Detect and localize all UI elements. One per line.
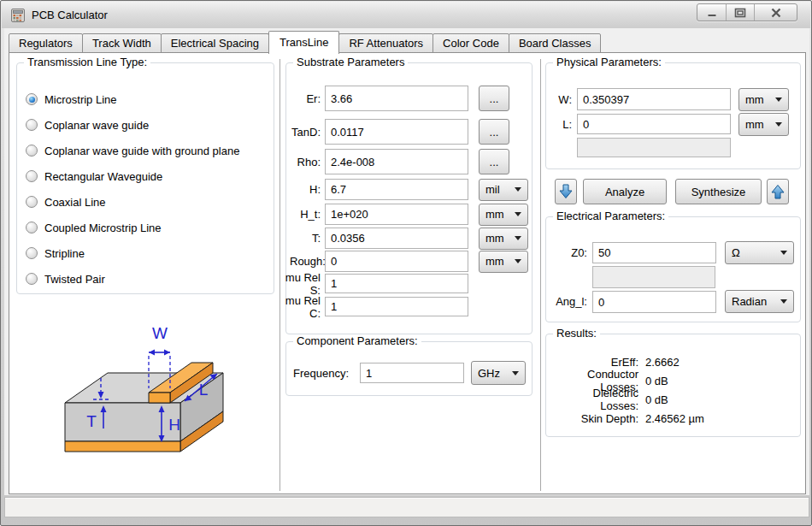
rough-input[interactable] (325, 251, 468, 272)
h-input[interactable] (325, 179, 468, 200)
tab-rf-attenuators[interactable]: RF Attenuators (338, 33, 433, 53)
chevron-down-icon (515, 259, 521, 263)
substrate-row-mu-rel-c: mu Rel C: (290, 297, 527, 316)
chevron-down-icon (780, 251, 787, 255)
w-unit-select[interactable]: mm (738, 88, 789, 111)
radio-coupled-microstrip-line[interactable]: Coupled Microstrip Line (26, 221, 162, 234)
results-group: Results: ErEff: 2.6662 Conductor Losses:… (545, 334, 801, 437)
ang-l-label: Ang_l: (553, 295, 587, 308)
substrate-parameters-group: Substrate Parameters Er: ... TanD: ... R… (285, 62, 533, 334)
physical-readonly-field (577, 138, 731, 157)
l-input[interactable] (577, 114, 731, 134)
physical-parameters-title: Physical Parameters: (553, 56, 665, 69)
minimize-button[interactable] (697, 4, 726, 21)
diagram-w-label: W (152, 324, 168, 342)
radio-label: Rectangular Waveguide (44, 170, 162, 183)
radio-icon (26, 119, 38, 131)
physical-parameters-group: Physical Parameters: W: mm L: mm (545, 62, 801, 169)
radio-twisted-pair[interactable]: Twisted Pair (26, 272, 105, 286)
radio-rectangular-waveguide[interactable]: Rectangular Waveguide (26, 169, 162, 183)
radio-icon (26, 222, 38, 233)
maximize-icon (734, 8, 746, 18)
frequency-input[interactable] (360, 363, 464, 383)
tand-input[interactable] (325, 119, 468, 145)
rough-unit-select[interactable]: mm (479, 251, 528, 273)
maximize-button[interactable] (726, 4, 754, 21)
component-parameters-title: Component Parameters: (293, 334, 421, 348)
diagram-t-label: T (86, 412, 97, 430)
close-icon (770, 8, 782, 18)
status-bar (4, 497, 809, 517)
ang-l-input[interactable] (592, 291, 716, 313)
radio-label: Microstrip Line (44, 93, 117, 106)
close-button[interactable] (754, 4, 797, 21)
mu-rel-c-input[interactable] (325, 297, 468, 316)
tab-regulators[interactable]: Regulators (9, 33, 83, 53)
er-input[interactable] (325, 86, 468, 111)
results-title: Results: (553, 327, 600, 340)
tab-color-code[interactable]: Color Code (432, 33, 509, 53)
z0-input[interactable] (592, 242, 716, 263)
ht-label: H_t: (290, 208, 321, 221)
z0-unit-select[interactable]: Ω (725, 241, 794, 264)
rho-input[interactable] (325, 149, 468, 174)
chevron-down-icon (775, 98, 782, 102)
transmission-line-type-group: Transmission Line Type: Microstrip Line … (16, 62, 274, 294)
tab-track-width[interactable]: Track Width (82, 33, 162, 53)
radio-icon (26, 247, 38, 259)
radio-label: Coplanar wave guide (44, 119, 149, 132)
transmission-line-type-title: Transmission Line Type: (24, 56, 150, 69)
radio-label: Twisted Pair (44, 273, 105, 286)
substrate-row-rough: Rough: mm (290, 251, 527, 272)
substrate-row-mu-rel-s: mu Rel S: (290, 274, 527, 293)
synthesize-direction-button[interactable] (767, 179, 789, 204)
tab-electrical-spacing[interactable]: Electrical Spacing (161, 33, 269, 53)
radio-label: Coupled Microstrip Line (44, 222, 162, 234)
chevron-down-icon (775, 122, 782, 127)
title-bar[interactable]: PCB Calculator (2, 2, 810, 28)
substrate-row-t: T: mm (290, 228, 527, 249)
frequency-label: Frequency: (293, 367, 353, 380)
analyze-direction-button[interactable] (555, 179, 577, 204)
tab-board-classes[interactable]: Board Classes (509, 33, 602, 53)
er-browse-button[interactable]: ... (479, 86, 509, 111)
chevron-down-icon (515, 212, 521, 216)
mu-rel-s-input[interactable] (325, 274, 468, 293)
t-unit-select[interactable]: mm (479, 228, 528, 250)
frequency-unit-select[interactable]: GHz (471, 361, 526, 385)
rough-label: Rough: (290, 255, 321, 268)
l-unit-select[interactable]: mm (738, 113, 789, 136)
electrical-parameters-group: Electrical Parameters: Z0: Ω Ang_l: Radi… (545, 216, 801, 322)
app-window: PCB Calculator Regulators Track Width El… (0, 0, 812, 526)
h-label: H: (290, 183, 321, 196)
h-unit-select[interactable]: mil (479, 179, 528, 201)
skin-depth-label: Skin Depth: (553, 412, 638, 425)
radio-stripline[interactable]: Stripline (26, 246, 85, 260)
radio-coplanar-wave-guide[interactable]: Coplanar wave guide (26, 118, 149, 132)
t-input[interactable] (325, 228, 468, 249)
analyze-button[interactable]: Analyze (583, 179, 667, 204)
chevron-down-icon (515, 187, 521, 192)
er-label: Er: (290, 92, 321, 105)
calculator-icon (11, 9, 25, 22)
radio-microstrip-line[interactable]: Microstrip Line (26, 92, 117, 106)
radio-coplanar-wave-guide-ground[interactable]: Coplanar wave guide with ground plane (26, 144, 239, 157)
t-unit-value: mm (485, 232, 515, 245)
electrical-parameters-title: Electrical Parameters: (553, 210, 668, 223)
substrate-row-rho: Rho: ... (290, 149, 527, 174)
radio-coaxial-line[interactable]: Coaxial Line (26, 195, 106, 209)
ht-input[interactable] (325, 204, 468, 225)
substrate-row-er: Er: ... (290, 86, 527, 111)
arrow-down-icon (559, 184, 573, 199)
ang-l-unit-select[interactable]: Radian (725, 290, 794, 313)
tab-transline[interactable]: TransLine (268, 31, 339, 54)
w-input[interactable] (577, 88, 731, 110)
ht-unit-select[interactable]: mm (479, 204, 528, 226)
window-title: PCB Calculator (32, 9, 108, 21)
ereff-value: 2.6662 (645, 356, 680, 369)
synthesize-button[interactable]: Synthesize (675, 179, 762, 204)
tand-browse-button[interactable]: ... (479, 119, 509, 145)
rho-browse-button[interactable]: ... (479, 149, 509, 174)
radio-icon (26, 196, 38, 208)
ang-l-unit-value: Radian (732, 295, 780, 308)
